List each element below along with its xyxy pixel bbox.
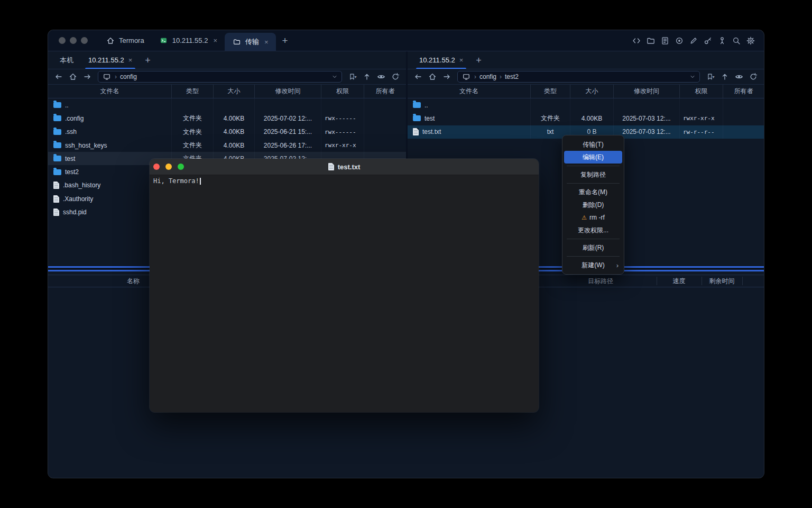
search-icon[interactable] xyxy=(732,36,741,46)
file-row[interactable]: .ssh 文件夹 4.00KB 2025-06-21 15:... rwx---… xyxy=(48,125,406,139)
column-header-remaining-time[interactable]: 剩余时间 xyxy=(702,275,742,287)
editor-content[interactable]: Hi, Termora! xyxy=(150,175,539,187)
show-hidden-button[interactable] xyxy=(733,71,745,83)
close-tab-icon[interactable]: × xyxy=(459,56,464,64)
refresh-button[interactable] xyxy=(389,71,402,83)
key-icon[interactable] xyxy=(703,36,713,46)
menu-item-edit[interactable]: 编辑(E) xyxy=(564,151,622,164)
edit-icon[interactable] xyxy=(689,36,698,46)
bookmark-button[interactable]: ▾ xyxy=(346,71,359,83)
file-row[interactable]: .config 文件夹 4.00KB 2025-07-02 12:... rwx… xyxy=(48,112,406,125)
back-button[interactable] xyxy=(52,71,65,83)
window-minimize-button[interactable] xyxy=(165,164,172,170)
menu-item-copy-path[interactable]: 复制路径 xyxy=(564,168,622,181)
chevron-down-icon[interactable] xyxy=(331,74,338,80)
tab-remote-host[interactable]: 10.211.55.2 × xyxy=(412,51,470,69)
menu-item-new[interactable]: 新建(W)› xyxy=(564,259,622,271)
settings-icon[interactable] xyxy=(746,36,755,46)
file-name: test xyxy=(425,115,435,122)
folder-icon xyxy=(413,102,421,108)
close-tab-icon[interactable]: × xyxy=(213,37,217,44)
record-icon[interactable] xyxy=(675,36,684,46)
file-size: 4.00KB xyxy=(214,125,255,139)
column-header-name[interactable]: 文件名 xyxy=(408,85,531,98)
path-segment[interactable]: test2 xyxy=(505,73,519,80)
menu-item-rm-rf[interactable]: ⚠rm -rf xyxy=(564,211,622,224)
column-header-mtime[interactable]: 修改时间 xyxy=(614,85,680,98)
column-header-owner[interactable]: 所有者 xyxy=(364,85,406,98)
column-header-owner[interactable]: 所有者 xyxy=(723,85,764,98)
menu-separator xyxy=(567,183,620,184)
path-segment[interactable]: config xyxy=(479,73,496,80)
column-header-target-path[interactable]: 目标路径 xyxy=(545,275,657,287)
log-icon[interactable] xyxy=(660,36,670,46)
editor-titlebar[interactable]: test.txt xyxy=(150,159,539,175)
keychain-icon[interactable] xyxy=(717,36,727,46)
home-button[interactable] xyxy=(426,71,439,83)
refresh-button[interactable] xyxy=(747,71,760,83)
tab-local[interactable]: 本机 xyxy=(52,51,81,69)
column-header-mtime[interactable]: 修改时间 xyxy=(255,85,321,98)
back-button[interactable] xyxy=(412,71,425,83)
folder-icon xyxy=(53,115,61,121)
folder-icon xyxy=(53,142,61,148)
show-hidden-button[interactable] xyxy=(375,71,387,83)
close-tab-icon[interactable]: × xyxy=(264,38,269,46)
column-header-size[interactable]: 大小 xyxy=(214,85,255,98)
file-mtime: 2025-06-21 15:... xyxy=(255,125,321,139)
home-icon xyxy=(106,36,115,46)
home-button[interactable] xyxy=(67,71,79,83)
path-separator: › xyxy=(474,73,476,80)
menu-item-transfer[interactable]: 传输(T) xyxy=(564,138,622,151)
window-minimize-button[interactable] xyxy=(70,37,77,44)
menu-item-delete[interactable]: 删除(D) xyxy=(564,198,622,211)
code-icon[interactable] xyxy=(632,36,641,46)
add-tab-button[interactable]: + xyxy=(140,56,156,65)
right-toolbar: › config › test2 ▾ xyxy=(408,69,764,85)
tab-home[interactable]: Termora xyxy=(98,30,152,51)
file-row[interactable]: ssh_host_keys 文件夹 4.00KB 2025-06-26 17:.… xyxy=(48,139,406,152)
column-header-type[interactable]: 类型 xyxy=(172,85,214,98)
folder-icon xyxy=(413,115,421,121)
up-button[interactable] xyxy=(718,71,731,83)
window-close-button[interactable] xyxy=(153,164,160,170)
close-tab-icon[interactable]: × xyxy=(128,56,133,64)
path-bar[interactable]: › config › test2 xyxy=(457,71,700,83)
new-tab-button[interactable]: + xyxy=(276,35,294,46)
chevron-down-icon: ▾ xyxy=(712,75,714,79)
menu-item-refresh[interactable]: 刷新(R) xyxy=(564,241,622,254)
column-header-name[interactable]: 文件名 xyxy=(48,85,172,98)
folder-icon[interactable] xyxy=(646,36,656,46)
file-row[interactable]: .. xyxy=(408,98,764,112)
column-header-type[interactable]: 类型 xyxy=(531,85,570,98)
file-row[interactable]: .. xyxy=(48,98,406,112)
tab-transfer[interactable]: 传输 × xyxy=(225,33,276,51)
menu-item-change-permissions[interactable]: 更改权限... xyxy=(564,224,622,237)
add-tab-button[interactable]: + xyxy=(470,56,487,65)
context-menu: 传输(T) 编辑(E) 复制路径 重命名(M) 删除(D) ⚠rm -rf 更改… xyxy=(562,135,624,275)
column-header-perms[interactable]: 权限 xyxy=(321,85,364,98)
column-header-size[interactable]: 大小 xyxy=(570,85,614,98)
window-zoom-button[interactable] xyxy=(81,37,88,44)
up-button[interactable] xyxy=(361,71,373,83)
file-row[interactable]: test 文件夹 4.00KB 2025-07-03 12:... rwxr-x… xyxy=(408,112,764,125)
file-name: .Xauthority xyxy=(63,195,93,203)
tab-remote-host[interactable]: 10.211.55.2 × xyxy=(81,51,140,69)
termora-window: Termora 10.211.55.2 × 传输 × + xyxy=(48,30,764,478)
tab-label: Termora xyxy=(119,37,144,44)
forward-button[interactable] xyxy=(81,71,94,83)
bookmark-button[interactable]: ▾ xyxy=(704,71,717,83)
computer-icon xyxy=(102,72,112,81)
column-header-speed[interactable]: 速度 xyxy=(657,275,702,287)
tab-host[interactable]: 10.211.55.2 × xyxy=(152,30,225,51)
chevron-down-icon[interactable] xyxy=(689,74,696,80)
window-zoom-button[interactable] xyxy=(178,164,184,170)
column-header-perms[interactable]: 权限 xyxy=(680,85,723,98)
path-segment[interactable]: config xyxy=(120,73,137,80)
forward-button[interactable] xyxy=(440,71,453,83)
file-icon xyxy=(53,195,59,203)
path-bar[interactable]: › config xyxy=(98,71,342,83)
menu-item-rename[interactable]: 重命名(M) xyxy=(564,186,622,198)
window-close-button[interactable] xyxy=(59,37,66,44)
editor-title: test.txt xyxy=(150,159,539,175)
